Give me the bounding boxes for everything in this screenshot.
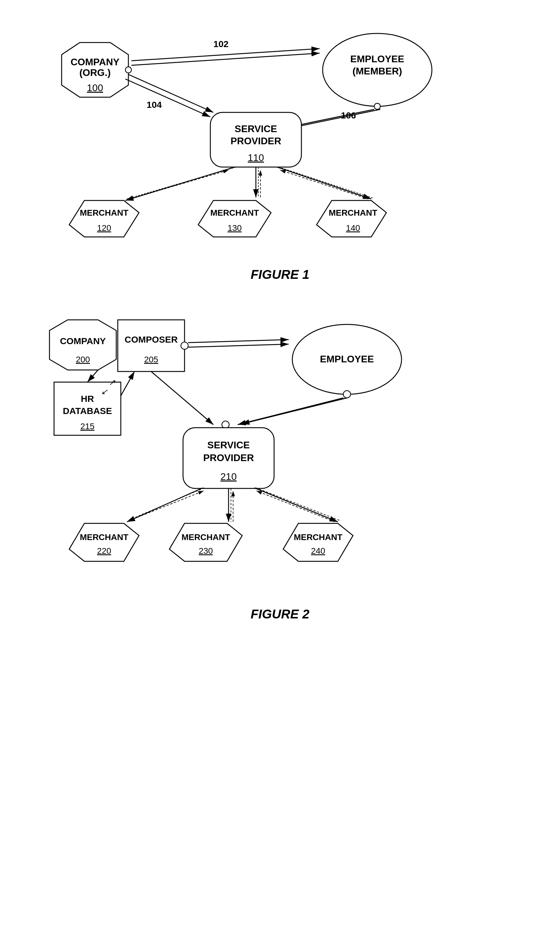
- svg-line-26: [277, 167, 371, 199]
- svg-line-61: [241, 398, 347, 424]
- svg-text:215: 215: [80, 422, 94, 431]
- svg-text:MERCHANT: MERCHANT: [181, 532, 230, 542]
- svg-line-30: [280, 170, 368, 199]
- svg-text:COMPANY: COMPANY: [71, 57, 119, 68]
- figure1-section: COMPANY (ORG.) 100 EMPLOYEE (MEMBER) 102: [24, 18, 536, 282]
- svg-line-12: [128, 74, 213, 113]
- svg-text:102: 102: [213, 39, 229, 49]
- svg-text:210: 210: [220, 471, 237, 482]
- svg-line-50: [88, 370, 98, 382]
- svg-line-72: [254, 488, 338, 522]
- svg-text:230: 230: [198, 546, 213, 556]
- figure1-title: FIGURE 1: [24, 267, 536, 282]
- svg-text:MERCHANT: MERCHANT: [210, 208, 258, 217]
- svg-point-56: [343, 391, 351, 398]
- svg-text:COMPOSER: COMPOSER: [125, 334, 178, 344]
- svg-text:100: 100: [87, 82, 103, 93]
- svg-text:205: 205: [144, 355, 158, 364]
- svg-text:PROVIDER: PROVIDER: [203, 452, 254, 463]
- svg-text:↗: ↗: [109, 378, 115, 387]
- page: COMPANY (ORG.) 100 EMPLOYEE (MEMBER) 102: [0, 0, 560, 948]
- svg-line-63: [151, 371, 213, 425]
- svg-point-4: [125, 67, 131, 73]
- figure1-diagram: COMPANY (ORG.) 100 EMPLOYEE (MEMBER) 102: [24, 18, 536, 255]
- svg-point-57: [181, 342, 188, 349]
- svg-marker-83: [283, 523, 353, 561]
- svg-text:140: 140: [346, 223, 360, 233]
- svg-marker-80: [169, 523, 242, 561]
- svg-text:(ORG.): (ORG.): [79, 67, 111, 78]
- svg-text:130: 130: [227, 223, 242, 233]
- svg-line-73: [256, 488, 339, 520]
- svg-point-62: [222, 421, 229, 428]
- svg-text:104: 104: [146, 100, 162, 109]
- svg-text:(MEMBER): (MEMBER): [352, 66, 402, 77]
- svg-text:EMPLOYEE: EMPLOYEE: [350, 54, 404, 65]
- svg-text:DATABASE: DATABASE: [63, 406, 112, 416]
- svg-text:COMPANY: COMPANY: [60, 336, 106, 346]
- svg-text:200: 200: [75, 355, 90, 364]
- svg-line-58: [188, 339, 289, 343]
- svg-line-51: [121, 371, 134, 396]
- svg-text:↙: ↙: [101, 387, 108, 396]
- svg-line-13: [125, 79, 210, 117]
- svg-text:MERCHANT: MERCHANT: [328, 208, 377, 217]
- svg-text:PROVIDER: PROVIDER: [230, 136, 281, 146]
- svg-text:240: 240: [311, 546, 325, 556]
- figure2-diagram: COMPANY 200 COMPOSER 205 HR DATABASE 215…: [24, 306, 536, 595]
- svg-text:MERCHANT: MERCHANT: [294, 532, 342, 542]
- svg-line-16: [292, 109, 380, 128]
- svg-text:EMPLOYEE: EMPLOYEE: [320, 353, 374, 364]
- svg-text:110: 110: [248, 152, 264, 163]
- svg-text:HR: HR: [81, 394, 94, 404]
- svg-line-69: [128, 488, 204, 520]
- svg-text:MERCHANT: MERCHANT: [80, 208, 128, 217]
- svg-text:220: 220: [97, 546, 111, 556]
- svg-line-59: [188, 344, 289, 347]
- figure2-section: COMPANY 200 COMPOSER 205 HR DATABASE 215…: [24, 306, 536, 621]
- svg-text:106: 106: [341, 110, 356, 120]
- svg-line-27: [278, 167, 373, 198]
- svg-text:SERVICE: SERVICE: [235, 123, 277, 134]
- svg-line-76: [257, 491, 335, 522]
- svg-text:MERCHANT: MERCHANT: [80, 532, 128, 542]
- svg-point-8: [374, 103, 380, 109]
- svg-text:SERVICE: SERVICE: [207, 439, 250, 450]
- figure2-title: FIGURE 2: [24, 607, 536, 621]
- svg-text:120: 120: [97, 223, 111, 233]
- svg-marker-77: [69, 523, 139, 561]
- svg-line-74: [130, 491, 204, 520]
